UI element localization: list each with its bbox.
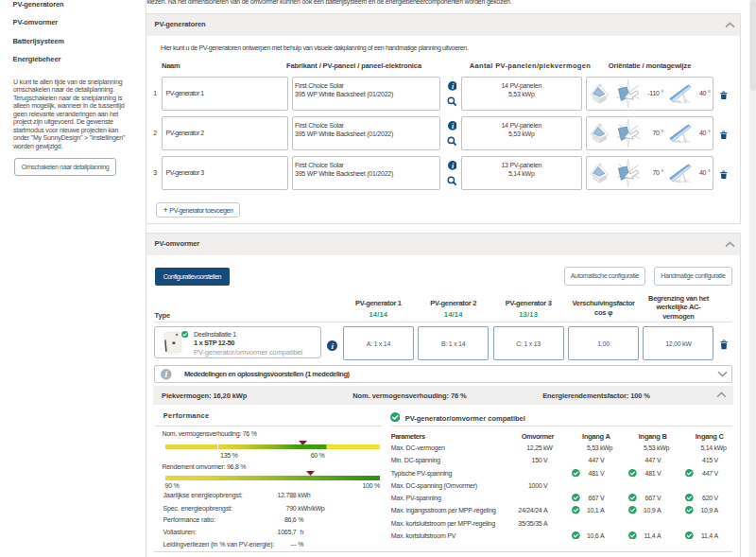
svg-text:i: i <box>164 369 167 379</box>
svg-text:i: i <box>331 340 334 350</box>
